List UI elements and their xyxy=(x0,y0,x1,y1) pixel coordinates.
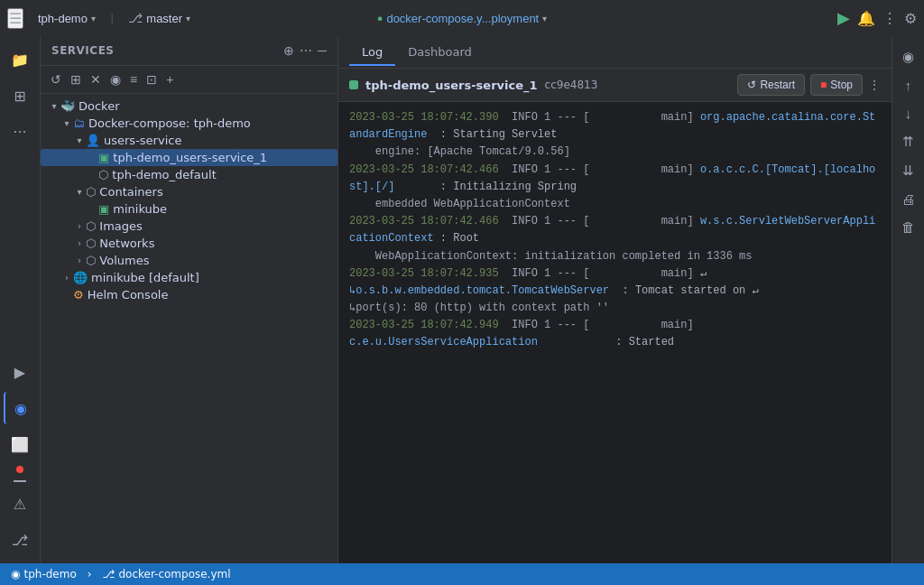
tree-label-containers: Containers xyxy=(99,185,162,199)
tree-item-volumes[interactable]: › ⬡ Volumes xyxy=(41,252,337,269)
toggle-eye-button[interactable]: ◉ xyxy=(107,70,124,89)
services-header-actions: ⊕ ⋯ ─ xyxy=(283,43,327,58)
tree-item-docker[interactable]: ▾ 🐳 Docker xyxy=(41,98,337,115)
volumes-icon: ⬡ xyxy=(86,254,96,267)
tree-label-compose: Docker-compose: tph-demo xyxy=(88,116,251,130)
tree-label-users-service: users-service xyxy=(104,134,181,147)
minimize-panel-button[interactable]: ─ xyxy=(318,43,327,58)
rs-trash-button[interactable]: 🗑 xyxy=(898,214,919,240)
rs-down-button[interactable]: ↓ xyxy=(901,100,916,126)
tree-item-helm-console[interactable]: ⚙ Helm Console xyxy=(41,286,337,303)
restart-label: Restart xyxy=(760,79,795,91)
services-header: Services ⊕ ⋯ ─ xyxy=(41,36,337,66)
bottombar-project-name: tph-demo xyxy=(23,568,76,580)
bottombar-project[interactable]: ◉ tph-demo xyxy=(7,568,80,580)
project-selector[interactable]: tph-demo ▾ xyxy=(32,10,101,27)
top-bar: ☰ tph-demo ▾ | ⎇ master ▾ ● docker-compo… xyxy=(0,0,924,36)
tree-item-users-service[interactable]: ▾ 👤 users-service xyxy=(41,132,337,149)
nav-extensions[interactable]: ⊞ xyxy=(4,79,36,112)
collapse-all-button[interactable]: ✕ xyxy=(88,70,104,89)
users-service-icon: 👤 xyxy=(86,134,100,147)
tree-item-network-default[interactable]: ⬡ tph-demo_default xyxy=(41,166,337,183)
tree-item-docker-compose[interactable]: ▾ 🗂 Docker-compose: tph-demo xyxy=(41,115,337,132)
stop-button[interactable]: ■ Stop xyxy=(810,74,863,96)
rs-up-button[interactable]: ↑ xyxy=(901,72,916,98)
tree-label-helm-console: Helm Console xyxy=(88,288,169,302)
tree-item-container-1[interactable]: ▣ tph-demo_users-service_1 xyxy=(41,149,337,166)
settings-button[interactable]: ⚙ xyxy=(904,10,917,27)
filter-button[interactable]: ≡ xyxy=(127,70,140,89)
bottombar-file[interactable]: ⎇ docker-compose.yml xyxy=(99,568,235,580)
menu-button[interactable]: ☰ xyxy=(7,8,23,29)
expand-all-button[interactable]: ⊞ xyxy=(68,70,84,89)
branch-name: master xyxy=(146,12,182,25)
service-display-name: tph-demo_users-service_1 xyxy=(365,79,538,92)
tab-log[interactable]: Log xyxy=(349,40,395,66)
stop-icon: ■ xyxy=(820,79,827,91)
minikube-cluster-icon: 🌐 xyxy=(73,271,88,284)
log-tabs: Log Dashboard xyxy=(338,36,892,69)
nav-file-explorer[interactable]: 📁 xyxy=(4,43,36,76)
restart-button[interactable]: ↺ Restart xyxy=(737,74,805,96)
tree-label-docker: Docker xyxy=(79,99,120,113)
tab-dashboard[interactable]: Dashboard xyxy=(395,40,485,66)
branch-selector[interactable]: ⎇ master ▾ xyxy=(123,9,196,27)
main-area: 📁 ⊞ ··· ▶ ◉ ⬜ ⚠ ⎇ Services ⊕ ⋯ ─ ↺ ⊞ ✕ ◉… xyxy=(0,36,924,563)
container-1-icon: ▣ xyxy=(98,151,109,164)
service-options-button[interactable]: ⋯ xyxy=(300,43,312,58)
rs-eye-button[interactable]: ◉ xyxy=(899,43,918,70)
deploy-selector[interactable]: ● docker-compose.y...ployment ▾ xyxy=(377,12,548,25)
network-default-icon: ⬡ xyxy=(98,168,108,181)
tree-item-networks[interactable]: › ⬡ Networks xyxy=(41,235,337,252)
images-icon: ⬡ xyxy=(86,219,96,233)
divider-line xyxy=(14,480,26,482)
nav-run[interactable]: ▶ xyxy=(4,356,36,388)
tree-item-minikube-cluster[interactable]: › 🌐 minikube [default] xyxy=(41,269,337,286)
compose-icon: 🗂 xyxy=(73,116,85,130)
rs-scroll-top-button[interactable]: ⇈ xyxy=(899,128,918,155)
minikube-container-icon: ▣ xyxy=(98,202,109,216)
log-output: 2023-03-25 18:07:42.390 INFO 1 --- [ mai… xyxy=(338,102,892,563)
export-button[interactable]: ⊡ xyxy=(143,70,160,89)
log-more-button[interactable]: ⋮ xyxy=(868,78,881,92)
log-line-2: engine: [Apache Tomcat/9.0.56] xyxy=(349,144,881,161)
right-sidebar: ◉ ↑ ↓ ⇈ ⇊ 🖨 🗑 xyxy=(892,36,924,563)
notifications-button[interactable]: 🔔 xyxy=(857,10,875,27)
log-line-7: 2023-03-25 18:07:42.935 INFO 1 --- [ mai… xyxy=(349,265,881,283)
tree-label-volumes: Volumes xyxy=(99,254,149,267)
refresh-button[interactable]: ↺ xyxy=(48,70,64,89)
tree-item-images[interactable]: › ⬡ Images xyxy=(41,218,337,235)
helm-console-icon: ⚙ xyxy=(73,288,84,302)
services-toolbar: ↺ ⊞ ✕ ◉ ≡ ⊡ + xyxy=(41,66,337,94)
arrow-docker-compose: ▾ xyxy=(60,118,73,128)
bottombar-separator: › xyxy=(88,568,92,580)
git-icon: ⎇ xyxy=(128,11,143,25)
nav-services[interactable]: ◉ xyxy=(4,392,36,424)
add-service-button[interactable]: ⊕ xyxy=(283,43,294,58)
tree-item-containers[interactable]: ▾ ⬡ Containers xyxy=(41,183,337,200)
restart-icon: ↺ xyxy=(747,79,756,91)
project-dropdown-arrow: ▾ xyxy=(91,14,96,23)
left-icon-bar: 📁 ⊞ ··· ▶ ◉ ⬜ ⚠ ⎇ xyxy=(0,36,41,563)
rs-print-button[interactable]: 🖨 xyxy=(898,186,919,212)
add-button[interactable]: + xyxy=(163,70,176,89)
log-line-10: 2023-03-25 18:07:42.949 INFO 1 --- [ mai… xyxy=(349,317,881,334)
run-button[interactable]: ▶ xyxy=(837,8,850,28)
nav-debug[interactable]: ⚠ xyxy=(4,488,36,520)
nav-terminal[interactable]: ⬜ xyxy=(4,428,36,460)
service-tree: ▾ 🐳 Docker ▾ 🗂 Docker-compose: tph-demo … xyxy=(41,94,337,563)
networks-icon: ⬡ xyxy=(86,237,96,250)
tree-item-minikube-container[interactable]: ▣ minikube xyxy=(41,200,337,218)
status-indicator-red xyxy=(16,466,23,473)
service-container-id: cc9e4813 xyxy=(545,79,598,91)
containers-icon: ⬡ xyxy=(86,185,96,199)
nav-more[interactable]: ··· xyxy=(4,116,36,148)
nav-git[interactable]: ⎇ xyxy=(4,524,36,556)
project-name: tph-demo xyxy=(38,12,88,25)
rs-scroll-bottom-button[interactable]: ⇊ xyxy=(899,157,918,184)
more-options-button[interactable]: ⋮ xyxy=(882,10,897,27)
tree-label-network-default: tph-demo_default xyxy=(112,168,216,181)
log-panel: Log Dashboard tph-demo_users-service_1 c… xyxy=(338,36,892,563)
arrow-volumes: › xyxy=(73,255,86,265)
top-bar-center: ● docker-compose.y...ployment ▾ xyxy=(377,12,548,25)
